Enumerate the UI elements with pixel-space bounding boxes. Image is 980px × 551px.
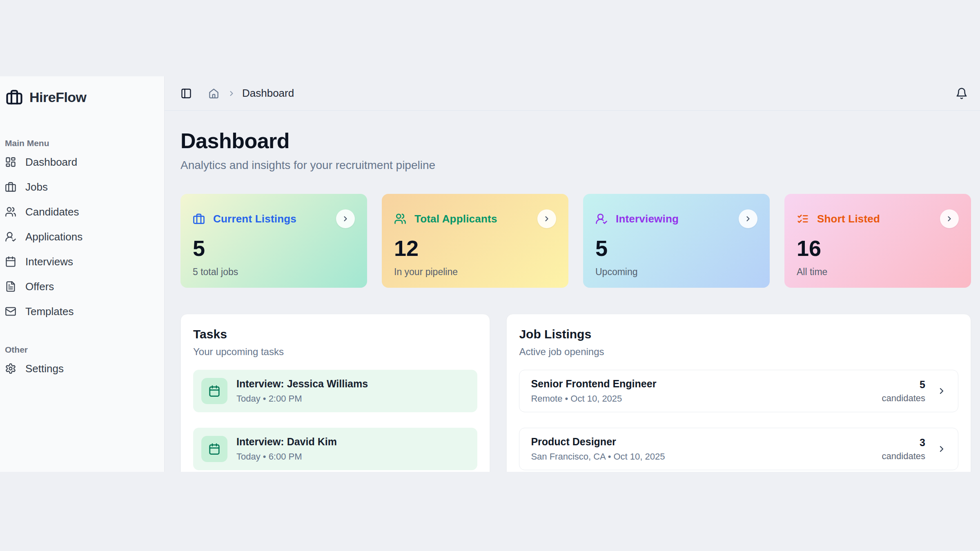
sidebar-item-templates[interactable]: Templates <box>4 303 158 320</box>
stat-card-total-applicants[interactable]: Total Applicants 12 In your pipeline <box>382 194 568 288</box>
sidebar-item-offers[interactable]: Offers <box>4 278 158 295</box>
users-icon <box>5 206 16 218</box>
tasks-card: Tasks Your upcoming tasks Interview: Jes… <box>180 314 490 472</box>
page-subtitle: Analytics and insights for your recruitm… <box>180 159 971 172</box>
page-title: Dashboard <box>180 129 971 153</box>
sidebar-item-label: Templates <box>25 305 74 318</box>
task-item[interactable]: Interview: Jessica Williams Today • 2:00… <box>193 370 477 412</box>
chevron-right-icon <box>227 89 236 98</box>
stat-card-interviewing[interactable]: Interviewing 5 Upcoming <box>583 194 770 288</box>
page-content: Dashboard Analytics and insights for you… <box>165 111 980 472</box>
job-meta: San Francisco, CA • Oct 10, 2025 <box>531 451 882 462</box>
layout-dashboard-icon <box>5 156 16 168</box>
job-listings-card: Job Listings Active job openings Senior … <box>506 314 971 472</box>
sidebar-item-label: Offers <box>25 280 54 293</box>
task-title: Interview: David Kim <box>236 436 337 448</box>
stat-value: 5 <box>193 236 355 261</box>
job-listings-subtitle: Active job openings <box>519 346 958 358</box>
job-title: Product Designer <box>531 436 882 448</box>
brand-name: HireFlow <box>29 89 87 105</box>
tasks-title: Tasks <box>193 327 477 341</box>
task-title: Interview: Jessica Williams <box>236 378 368 390</box>
user-check-icon <box>595 213 608 225</box>
home-icon[interactable] <box>208 88 219 99</box>
briefcase-icon <box>193 213 205 225</box>
stat-label: Total Applicants <box>414 213 497 225</box>
job-row[interactable]: Senior Frontend Engineer Remote • Oct 10… <box>519 370 958 412</box>
briefcase-icon <box>5 181 16 193</box>
panels-row: Tasks Your upcoming tasks Interview: Jes… <box>180 314 971 472</box>
app-window: HireFlow Main Menu Dashboard Jobs Candid… <box>0 76 980 472</box>
stats-row: Current Listings 5 5 total jobs Total Ap… <box>180 194 971 288</box>
chevron-right-icon <box>937 386 947 396</box>
stat-value: 12 <box>394 236 556 261</box>
sidebar-section-other: Other <box>5 345 158 355</box>
job-row[interactable]: Product Designer San Francisco, CA • Oct… <box>519 428 958 470</box>
file-text-icon <box>5 281 16 292</box>
chevron-right-icon[interactable] <box>739 209 757 228</box>
sidebar-item-label: Settings <box>25 362 64 375</box>
chevron-right-icon[interactable] <box>537 209 556 228</box>
calendar-icon <box>201 436 227 462</box>
job-meta: Remote • Oct 10, 2025 <box>531 393 882 404</box>
job-candidate-count: 5 <box>882 379 925 391</box>
list-checks-icon <box>797 213 809 225</box>
sidebar-item-label: Candidates <box>25 206 79 218</box>
sidebar-section-main-menu: Main Menu <box>5 138 158 148</box>
stat-label: Interviewing <box>616 213 679 225</box>
sidebar: HireFlow Main Menu Dashboard Jobs Candid… <box>0 76 165 472</box>
task-item[interactable]: Interview: David Kim Today • 6:00 PM <box>193 428 477 470</box>
stat-value: 16 <box>797 236 959 261</box>
calendar-icon <box>5 256 16 267</box>
sidebar-item-label: Applications <box>25 231 82 243</box>
stat-subtext: 5 total jobs <box>193 267 355 278</box>
job-candidate-label: candidates <box>882 393 925 404</box>
stat-subtext: All time <box>797 267 959 278</box>
sidebar-item-label: Jobs <box>25 181 48 193</box>
tasks-subtitle: Your upcoming tasks <box>193 346 477 358</box>
mail-icon <box>5 306 16 317</box>
task-time: Today • 6:00 PM <box>236 451 337 462</box>
gear-icon <box>5 363 16 374</box>
sidebar-item-label: Dashboard <box>25 156 77 169</box>
topbar: Dashboard <box>165 76 980 111</box>
sidebar-toggle-button[interactable] <box>180 88 192 99</box>
job-listings-title: Job Listings <box>519 327 958 341</box>
stat-card-current-listings[interactable]: Current Listings 5 5 total jobs <box>180 194 367 288</box>
sidebar-item-applications[interactable]: Applications <box>4 229 158 245</box>
stat-subtext: In your pipeline <box>394 267 556 278</box>
job-candidate-label: candidates <box>882 451 925 462</box>
main-area: Dashboard Dashboard Analytics and insigh… <box>165 76 980 472</box>
stat-card-short-listed[interactable]: Short Listed 16 All time <box>784 194 971 288</box>
stat-subtext: Upcoming <box>595 267 757 278</box>
stat-label: Current Listings <box>213 213 296 225</box>
stat-label: Short Listed <box>817 213 880 225</box>
sidebar-item-jobs[interactable]: Jobs <box>4 179 158 195</box>
calendar-icon <box>201 378 227 404</box>
chevron-right-icon[interactable] <box>940 209 959 228</box>
breadcrumb-current: Dashboard <box>242 87 294 100</box>
chevron-right-icon[interactable] <box>336 209 355 228</box>
brand-logo[interactable]: HireFlow <box>4 89 158 106</box>
task-time: Today • 2:00 PM <box>236 393 368 404</box>
chevron-right-icon <box>937 444 947 454</box>
stat-value: 5 <box>595 236 757 261</box>
bell-icon[interactable] <box>956 87 968 100</box>
sidebar-item-dashboard[interactable]: Dashboard <box>4 154 158 170</box>
briefcase-icon <box>6 89 23 106</box>
sidebar-item-candidates[interactable]: Candidates <box>4 204 158 220</box>
job-candidate-count: 3 <box>882 437 925 449</box>
sidebar-item-settings[interactable]: Settings <box>4 360 158 377</box>
job-title: Senior Frontend Engineer <box>531 378 882 390</box>
users-icon <box>394 213 406 225</box>
sidebar-item-label: Interviews <box>25 256 73 268</box>
user-check-icon <box>5 231 16 242</box>
sidebar-item-interviews[interactable]: Interviews <box>4 253 158 270</box>
